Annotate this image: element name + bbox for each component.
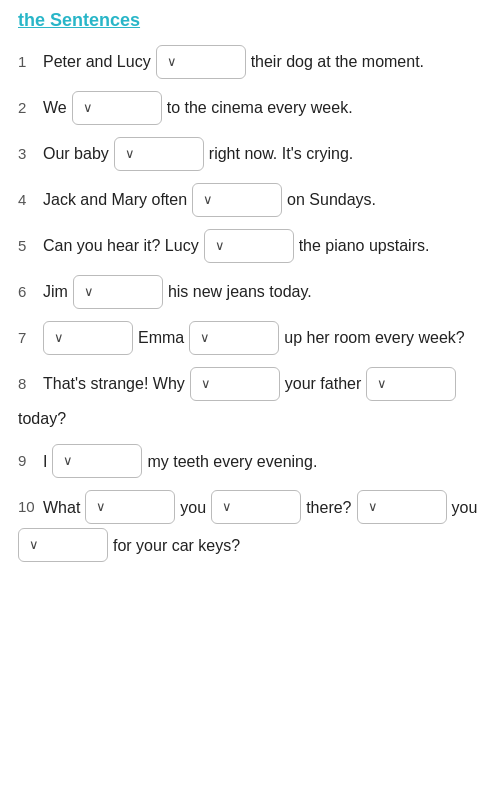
sentence-row: 6Jim∨his new jeans today. [18, 275, 482, 309]
sentence-text: right now. It's crying. [209, 140, 353, 167]
sentence-row: 7∨Emma∨up her room every week? [18, 321, 482, 355]
answer-dropdown[interactable]: ∨ [73, 275, 163, 309]
chevron-down-icon: ∨ [368, 496, 378, 518]
sentence-text: That's strange! Why [43, 370, 185, 397]
sentence-text: for your car keys? [113, 532, 240, 559]
sentence-text: I [43, 448, 47, 475]
sentence-text: there? [306, 494, 351, 521]
sentence-text: to the cinema every week. [167, 94, 353, 121]
sentence-number: 10 [18, 494, 36, 520]
sentence-row: 8That's strange! Why∨your father∨today? [18, 367, 482, 432]
answer-dropdown[interactable]: ∨ [189, 321, 279, 355]
sentence-text: my teeth every evening. [147, 448, 317, 475]
answer-dropdown[interactable]: ∨ [72, 91, 162, 125]
sentence-row: 10What∨you∨there?∨you∨for your car keys? [18, 490, 482, 562]
chevron-down-icon: ∨ [201, 373, 211, 395]
answer-dropdown[interactable]: ∨ [357, 490, 447, 524]
sentence-number: 2 [18, 95, 36, 121]
sentence-number: 9 [18, 448, 36, 474]
sentence-text: the piano upstairs. [299, 232, 430, 259]
sentence-text: We [43, 94, 67, 121]
chevron-down-icon: ∨ [54, 327, 64, 349]
answer-dropdown[interactable]: ∨ [192, 183, 282, 217]
sentence-number: 6 [18, 279, 36, 305]
sentence-number: 1 [18, 49, 36, 75]
sentence-text: you [180, 494, 206, 521]
chevron-down-icon: ∨ [222, 496, 232, 518]
sentence-text: your father [285, 370, 361, 397]
page-title: the Sentences [18, 10, 482, 31]
chevron-down-icon: ∨ [377, 373, 387, 395]
chevron-down-icon: ∨ [63, 450, 73, 472]
sentence-text: Peter and Lucy [43, 48, 151, 75]
sentence-text: on Sundays. [287, 186, 376, 213]
chevron-down-icon: ∨ [167, 51, 177, 73]
chevron-down-icon: ∨ [29, 534, 39, 556]
sentence-row: 9I∨my teeth every evening. [18, 444, 482, 478]
chevron-down-icon: ∨ [83, 97, 93, 119]
answer-dropdown[interactable]: ∨ [52, 444, 142, 478]
answer-dropdown[interactable]: ∨ [366, 367, 456, 401]
sentence-number: 4 [18, 187, 36, 213]
answer-dropdown[interactable]: ∨ [43, 321, 133, 355]
sentence-row: 3Our baby∨right now. It's crying. [18, 137, 482, 171]
sentence-text: Emma [138, 324, 184, 351]
sentence-row: 5Can you hear it? Lucy∨the piano upstair… [18, 229, 482, 263]
chevron-down-icon: ∨ [215, 235, 225, 257]
sentence-text: today? [18, 405, 66, 432]
answer-dropdown[interactable]: ∨ [18, 528, 108, 562]
sentence-text: you [452, 494, 478, 521]
sentence-text: Can you hear it? Lucy [43, 232, 199, 259]
answer-dropdown[interactable]: ∨ [114, 137, 204, 171]
sentence-row: 2We∨to the cinema every week. [18, 91, 482, 125]
sentence-text: his new jeans today. [168, 278, 312, 305]
sentence-number: 5 [18, 233, 36, 259]
chevron-down-icon: ∨ [200, 327, 210, 349]
sentence-text: up her room every week? [284, 324, 465, 351]
sentence-row: 4Jack and Mary often∨on Sundays. [18, 183, 482, 217]
answer-dropdown[interactable]: ∨ [204, 229, 294, 263]
sentence-text: Jim [43, 278, 68, 305]
chevron-down-icon: ∨ [203, 189, 213, 211]
chevron-down-icon: ∨ [84, 281, 94, 303]
chevron-down-icon: ∨ [96, 496, 106, 518]
answer-dropdown[interactable]: ∨ [211, 490, 301, 524]
sentence-text: What [43, 494, 80, 521]
sentence-text: Our baby [43, 140, 109, 167]
chevron-down-icon: ∨ [125, 143, 135, 165]
sentence-number: 3 [18, 141, 36, 167]
sentence-number: 7 [18, 325, 36, 351]
answer-dropdown[interactable]: ∨ [156, 45, 246, 79]
sentence-row: 1Peter and Lucy∨their dog at the moment. [18, 45, 482, 79]
answer-dropdown[interactable]: ∨ [85, 490, 175, 524]
sentence-text: Jack and Mary often [43, 186, 187, 213]
sentence-number: 8 [18, 371, 36, 397]
sentence-text: their dog at the moment. [251, 48, 424, 75]
answer-dropdown[interactable]: ∨ [190, 367, 280, 401]
